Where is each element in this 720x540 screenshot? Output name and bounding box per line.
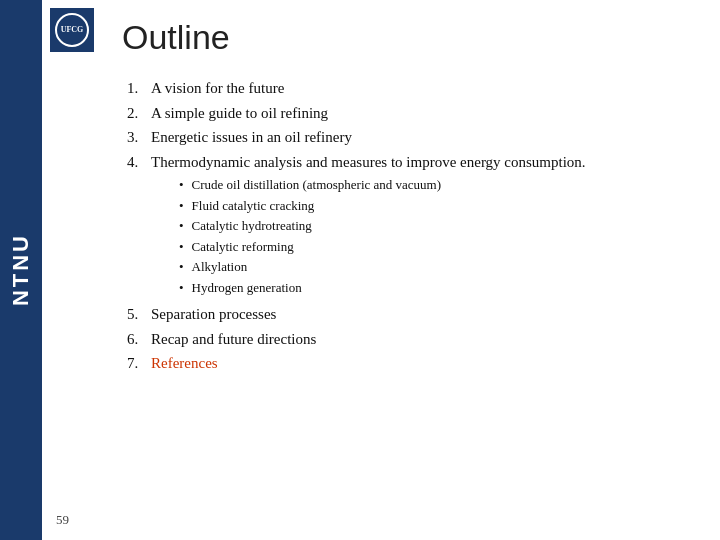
list-item-3-label: Energetic issues in an oil refinery — [151, 126, 352, 149]
list-item-4-label: Thermodynamic analysis and measures to i… — [151, 151, 586, 174]
bullet-item-3: Catalytic hydrotreating — [179, 216, 586, 236]
bullet-item-6-label: Hydrogen generation — [192, 278, 302, 298]
list-item-3: Energetic issues in an oil refinery — [127, 126, 690, 149]
list-item-2-label: A simple guide to oil refining — [151, 102, 328, 125]
bullet-item-5-label: Alkylation — [192, 257, 248, 277]
slide-title: Outline — [122, 18, 690, 57]
bullet-item-6: Hydrogen generation — [179, 278, 586, 298]
title-text: Outline — [122, 18, 690, 57]
list-item-7: References — [127, 352, 690, 375]
bullet-item-4: Catalytic reforming — [179, 237, 586, 257]
outline-list: A vision for the future A simple guide t… — [127, 77, 690, 377]
main-list: A vision for the future A simple guide t… — [127, 77, 690, 375]
list-item-1-label: A vision for the future — [151, 77, 284, 100]
list-item-6: Recap and future directions — [127, 328, 690, 351]
sidebar-text: NTNU — [8, 233, 34, 306]
logo-text: UFCG — [61, 26, 84, 35]
logo-area: UFCG — [50, 8, 94, 52]
bullet-item-1: Crude oil distillation (atmospheric and … — [179, 175, 586, 195]
logo-box: UFCG — [50, 8, 94, 52]
logo-inner: UFCG — [55, 13, 89, 47]
list-item-2: A simple guide to oil refining — [127, 102, 690, 125]
sidebar: NTNU — [0, 0, 42, 540]
slide: NTNU UFCG Outline A vision for the futur… — [0, 0, 720, 540]
bullet-item-4-label: Catalytic reforming — [192, 237, 294, 257]
list-item-5: Separation processes — [127, 303, 690, 326]
page-number: 59 — [56, 512, 69, 528]
bullet-item-3-label: Catalytic hydrotreating — [192, 216, 312, 236]
list-item-7-label: References — [151, 352, 218, 375]
bullet-item-1-label: Crude oil distillation (atmospheric and … — [192, 175, 441, 195]
bullet-item-5: Alkylation — [179, 257, 586, 277]
list-item-1: A vision for the future — [127, 77, 690, 100]
sub-bullet-list: Crude oil distillation (atmospheric and … — [179, 175, 586, 297]
list-item-5-label: Separation processes — [151, 303, 276, 326]
bullet-item-2-label: Fluid catalytic cracking — [192, 196, 315, 216]
list-item-6-label: Recap and future directions — [151, 328, 316, 351]
list-item-4-content: Thermodynamic analysis and measures to i… — [151, 151, 586, 302]
list-item-4: Thermodynamic analysis and measures to i… — [127, 151, 690, 302]
bullet-item-2: Fluid catalytic cracking — [179, 196, 586, 216]
main-content: UFCG Outline A vision for the future A s… — [42, 0, 720, 540]
